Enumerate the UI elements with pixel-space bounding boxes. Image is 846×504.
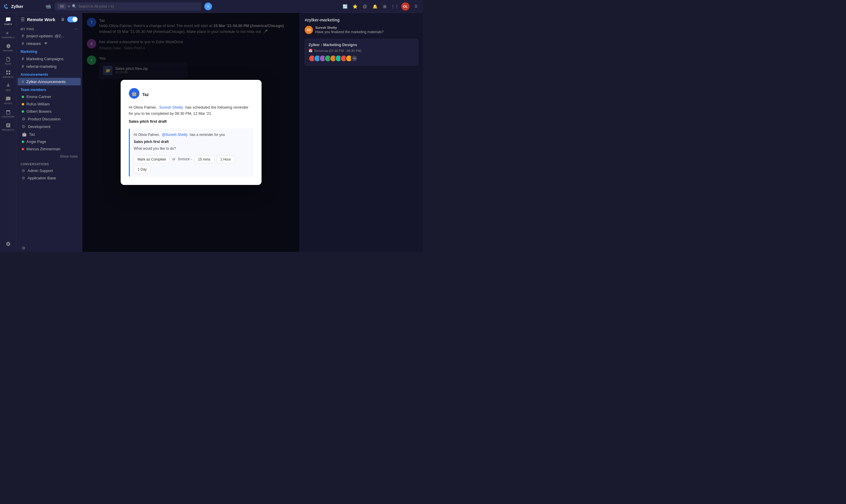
my-pins-label: My Pins ···: [16, 25, 82, 32]
admin-support-icon: ⚙: [22, 168, 25, 173]
status-dot-rufus: [22, 103, 24, 105]
releases-icon: ❤: [44, 41, 47, 46]
svg-point-5: [7, 84, 9, 85]
nav-item-admin-support[interactable]: ⚙ Admin Support: [18, 167, 81, 174]
modal-action-question: What would you like to do?: [134, 146, 249, 151]
monitor-icon[interactable]: 🖥: [61, 17, 65, 22]
camera-icon[interactable]: 📹: [44, 3, 52, 10]
nav-label-zylker-announcements: Zylker-Announcements: [26, 79, 66, 84]
sidebar-item-org[interactable]: ORG: [1, 81, 15, 93]
sidebar-label-projects: PROJECTS: [2, 129, 14, 131]
modal-main-text: Hi Olivia Palmer, Suresh Shetty has sche…: [129, 105, 253, 117]
modal-bot-name: Taz: [142, 92, 149, 97]
sidebar-item-notes[interactable]: NOTES: [1, 94, 15, 107]
right-panel-channel: #zylker-marketing: [305, 18, 418, 22]
right-msg-row-1: SS Suresh Shetty Have you finalized the …: [305, 26, 418, 35]
nav-item-rufus[interactable]: Rufus William: [18, 101, 81, 108]
pins-menu-icon[interactable]: ···: [75, 28, 78, 31]
grid-icon[interactable]: ⋮⋮: [391, 3, 398, 10]
nav-item-product-discussion[interactable]: ⚙ Product Discussion: [18, 115, 81, 123]
snooze-15-button[interactable]: 15 mins: [194, 156, 214, 163]
mark-complete-button[interactable]: Mark as Complete: [134, 156, 170, 163]
team-members-section-label: Team members: [16, 86, 82, 93]
nav-item-project-updates[interactable]: # project-updates :@Z...: [18, 32, 81, 40]
svg-rect-4: [8, 73, 10, 75]
user-avatar[interactable]: OL: [401, 2, 410, 11]
sidebar-item-chats[interactable]: CHATS: [1, 15, 15, 27]
topbar-actions: 🔄 ⭐ @ 🔔 ⊞ ⋮⋮ OL ⠿: [341, 2, 419, 11]
modal-reminder-inner-text: Hi Olivia Palmer, @Suresh Shetty has a r…: [134, 132, 249, 138]
settings-icon[interactable]: [1, 239, 15, 250]
nav-sidebar: ☰ Remote Work 🖥 My Pins ··· # project-up…: [16, 13, 82, 252]
show-more-button[interactable]: Show more: [16, 152, 82, 160]
refresh-icon[interactable]: 🔄: [341, 3, 348, 10]
workspace-title: Remote Work: [27, 17, 55, 22]
sidebar-item-widgets[interactable]: WIDGETS: [1, 68, 15, 80]
search-scope[interactable]: All: [57, 4, 66, 9]
nav-settings-item[interactable]: ⚙: [18, 244, 81, 252]
apps-icon[interactable]: ⠿: [412, 3, 419, 10]
sidebar-label-history: HISTORY: [3, 49, 13, 52]
nav-item-releases[interactable]: # releases ❤: [18, 40, 81, 47]
status-dot-marcus: [22, 148, 24, 150]
snooze-1day-button[interactable]: 1 Day: [134, 165, 150, 173]
nav-item-referral-marketing[interactable]: # referral-marketing: [18, 62, 81, 70]
calendar-icon: 📅: [308, 49, 313, 53]
nav-label-angie: Angie Page: [26, 140, 46, 144]
svg-rect-3: [6, 73, 7, 75]
search-input[interactable]: [78, 4, 198, 8]
nav-item-taz[interactable]: 🤖 Taz: [18, 130, 81, 138]
add-button[interactable]: +: [204, 3, 212, 10]
modal-task-title: Sales pitch first draft: [134, 140, 169, 144]
sidebar-item-files[interactable]: FILES: [1, 55, 15, 67]
nav-item-application-base[interactable]: ⚙ Application Base: [18, 174, 81, 182]
snooze-label: Snooze -: [178, 157, 192, 162]
modal-mention[interactable]: @Suresh Shetty: [162, 133, 188, 137]
taz-icon: 🤖: [22, 132, 27, 137]
right-panel: #zylker-marketing SS Suresh Shetty Have …: [300, 13, 423, 252]
nav-label-emma: Emma Cartner: [26, 94, 51, 99]
modal-actions: Mark as Complete or Snooze - 15 mins 1 H…: [134, 156, 249, 173]
status-dot-angie: [22, 141, 24, 143]
product-discussion-icon: ⚙: [22, 116, 25, 121]
calendar-card[interactable]: Zylker - Marketing Designs 📅 Tomorrow (0…: [305, 39, 418, 66]
sidebar-label-widgets: WIDGETS: [3, 76, 14, 78]
app-logo[interactable]: Zylker: [3, 3, 42, 10]
nav-label-application-base: Application Base: [28, 176, 56, 180]
layout-icon[interactable]: ⊞: [381, 3, 389, 10]
nav-item-gilbert[interactable]: Gilbert Bowers: [18, 108, 81, 115]
sidebar-item-calendar[interactable]: CALENDAR: [1, 108, 15, 120]
nav-item-marketing-campaigns[interactable]: # Marketing Campaigns: [18, 55, 81, 62]
calendar-card-date: 📅 Tomorrow (07:30 PM - 08:30 PM): [308, 49, 414, 53]
sidebar-label-files: FILES: [5, 62, 11, 65]
nav-label-marketing-campaigns: Marketing Campaigns: [26, 57, 64, 61]
search-bar[interactable]: All ▾ 🔍: [55, 2, 201, 11]
toggle-switch[interactable]: [67, 16, 78, 22]
sidebar-label-chats: CHATS: [4, 23, 12, 25]
announcements-section-label: Announcements: [16, 70, 82, 78]
app-name: Zylker: [11, 4, 23, 9]
icon-sidebar: CHATS # CHANNELS HISTORY FILES WIDGETS O…: [0, 13, 16, 252]
modal-sender-link[interactable]: Suresh Shetty: [159, 105, 183, 109]
nav-item-angie[interactable]: Angie Page: [18, 138, 81, 145]
status-dot-gilbert: [22, 110, 24, 113]
mention-icon[interactable]: @: [361, 3, 368, 10]
sidebar-item-history[interactable]: HISTORY: [1, 42, 15, 54]
nav-label-product-discussion: Product Discussion: [28, 117, 60, 121]
topbar: Zylker 📹 All ▾ 🔍 + 🔄 ⭐ @ 🔔 ⊞ ⋮⋮ OL ⠿: [0, 0, 423, 13]
nav-item-zylker-announcements[interactable]: # Zylker-Announcements: [18, 78, 81, 86]
modal-bot-row: 🤖 Taz: [129, 88, 253, 101]
sidebar-label-org: ORG: [5, 89, 11, 92]
overlay[interactable]: 🤖 Taz Hi Olivia Palmer, Suresh Shetty ha…: [82, 13, 300, 252]
modal-reminder-title: Sales pitch first draft: [129, 119, 167, 124]
nav-item-development[interactable]: ⚙ Development: [18, 123, 81, 130]
bell-icon[interactable]: 🔔: [371, 3, 378, 10]
sidebar-item-channels[interactable]: # CHANNELS: [1, 29, 15, 40]
sidebar-item-projects[interactable]: PROJECTS: [1, 121, 15, 133]
nav-item-emma[interactable]: Emma Cartner: [18, 93, 81, 101]
nav-item-marcus[interactable]: Marcus Zimmerman: [18, 145, 81, 152]
star-icon[interactable]: ⭐: [352, 3, 358, 10]
right-msg-text-suresh: Have you finalized the marketing materia…: [315, 29, 384, 35]
snooze-1hr-button[interactable]: 1 Hour: [217, 156, 235, 163]
right-msg-avatar-suresh: SS: [305, 26, 313, 34]
